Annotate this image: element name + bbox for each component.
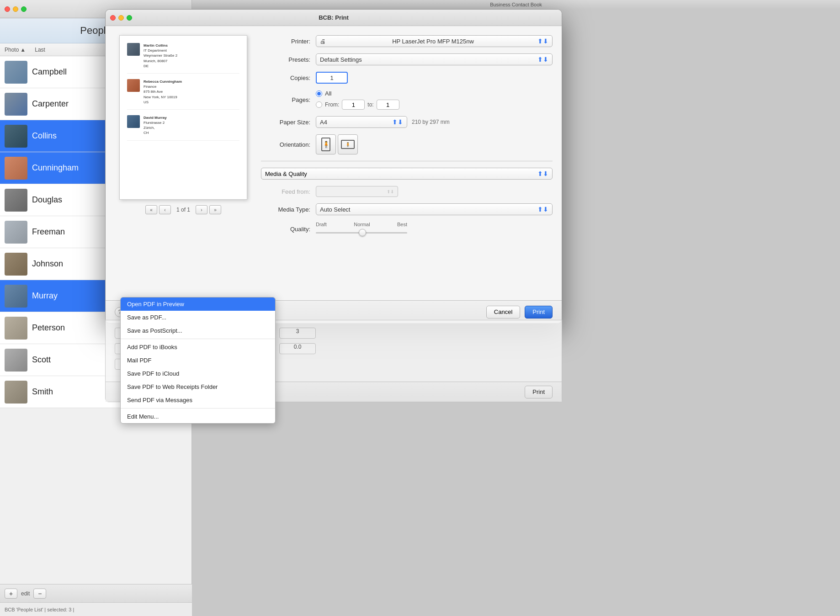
print-dialog: BCB: Print Martin Collins IT Department … [105, 9, 562, 324]
section-select-box[interactable]: Media & Quality ⬆⬇ [261, 168, 553, 180]
feed-from-control: ⬆⬇ [316, 186, 553, 197]
printer-control: 🖨 HP LaserJet Pro MFP M125nw ⬆⬇ [316, 35, 553, 47]
media-type-value: Auto Select [320, 206, 351, 213]
print-label: Print [532, 308, 545, 315]
status-text: BCB 'People List' | selected: 3 | [5, 607, 74, 612]
dialog-close-button[interactable] [110, 15, 116, 21]
printer-select[interactable]: 🖨 HP LaserJet Pro MFP M125nw ⬆⬇ [316, 35, 553, 47]
pdf-menu-item-edit-menu[interactable]: Edit Menu... [121, 410, 275, 423]
avatar-douglas [5, 189, 27, 212]
pages-label: Pages: [261, 96, 316, 103]
orientation-control: 🧍 🧍 [316, 134, 553, 154]
preview-addr1-2: 875 8th Ave [144, 89, 182, 94]
portrait-button[interactable]: 🧍 [316, 134, 336, 154]
pdf-menu-item-save-pdf[interactable]: Save as PDF... [121, 311, 275, 324]
dialog-minimize-button[interactable] [118, 15, 124, 21]
add-person-button[interactable]: + [5, 589, 17, 599]
feed-from-arrow-icon: ⬆⬇ [387, 189, 394, 194]
copies-label: Copies: [261, 74, 316, 81]
feed-from-select[interactable]: ⬆⬇ [316, 186, 398, 197]
section-label: Media & Quality [265, 170, 307, 177]
quality-slider-container: Draft Normal Best [316, 222, 553, 236]
paper-size-select[interactable]: A4 ⬆⬇ [316, 116, 407, 128]
right-input[interactable]: 0.0 [279, 343, 316, 354]
pdf-menu-item-save-icloud[interactable]: Save PDF to iCloud [121, 367, 275, 380]
paper-size-note: 210 by 297 mm [412, 119, 450, 125]
best-label: Best [397, 222, 407, 227]
pdf-menu-item-save-postscript[interactable]: Save as PostScript... [121, 324, 275, 337]
from-input[interactable] [342, 100, 365, 110]
maximize-button[interactable] [21, 6, 27, 12]
from-label: From: [325, 101, 339, 108]
section-select-row: Media & Quality ⬆⬇ [261, 168, 553, 180]
avatar-murray [5, 285, 27, 308]
preview-text-1: Martin Collins IT Department Weymarner S… [144, 43, 177, 69]
to-label: to: [367, 101, 373, 108]
pages-all-label: All [325, 90, 331, 97]
edit-label[interactable]: edit [21, 590, 30, 597]
paper-size-row: Paper Size: A4 ⬆⬇ 210 by 297 mm [261, 116, 553, 128]
slider-thumb[interactable] [359, 229, 366, 236]
pages-radio-group: All From: to: [316, 90, 553, 110]
media-type-arrow-icon: ⬆⬇ [537, 206, 548, 213]
pdf-menu-item-add-ibooks[interactable]: Add PDF to iBooks [121, 340, 275, 354]
prev-page-button[interactable]: ‹ [159, 205, 171, 214]
columns-input[interactable]: 3 [279, 328, 316, 339]
next-page-button[interactable]: › [196, 205, 207, 214]
minimize-button[interactable] [13, 6, 18, 12]
copies-control: 1 [316, 72, 553, 84]
remove-person-button[interactable]: − [33, 589, 46, 599]
dialog-body: Martin Collins IT Department Weymarner S… [106, 26, 562, 300]
pages-all-radio[interactable] [316, 90, 322, 97]
avatar-scott [5, 349, 27, 372]
portrait-icon: 🧍 [321, 138, 331, 151]
paper-size-control: A4 ⬆⬇ 210 by 297 mm [316, 116, 553, 128]
status-bar: BCB 'People List' | selected: 3 | [0, 602, 192, 616]
pdf-menu-item-mail-pdf[interactable]: Mail PDF [121, 354, 275, 367]
quality-label: Quality: [261, 226, 316, 233]
printer-label: Printer: [261, 38, 316, 45]
orientation-buttons: 🧍 🧍 [316, 134, 553, 154]
dialog-maximize-button[interactable] [127, 15, 132, 21]
pages-control: All From: to: [316, 90, 553, 110]
presets-arrow-icon: ⬆⬇ [537, 56, 548, 63]
printer-arrow-icon: ⬆⬇ [537, 37, 548, 45]
pages-from-row: From: to: [316, 100, 553, 110]
landscape-button[interactable]: 🧍 [338, 134, 358, 154]
pages-all-row: All [316, 90, 553, 97]
first-page-button[interactable]: « [145, 205, 157, 214]
printer-icon: 🖨 [320, 38, 326, 45]
to-input[interactable] [377, 100, 399, 110]
close-button[interactable] [5, 6, 10, 12]
copies-input[interactable]: 1 [316, 72, 348, 84]
dialog-titlebar: BCB: Print [106, 10, 562, 26]
media-type-label: Media Type: [261, 206, 316, 213]
preview-addr1-3: Flurstrasse 2 [144, 120, 167, 125]
pdf-menu-item-save-web-receipts[interactable]: Save PDF to Web Receipts Folder [121, 380, 275, 393]
last-page-button[interactable]: » [209, 205, 221, 214]
preview-avatar-3 [127, 115, 140, 128]
pdf-menu-item-send-messages[interactable]: Send PDF via Messages [121, 393, 275, 407]
preview-name-3: David Murray [144, 115, 167, 120]
quality-slider[interactable] [316, 229, 407, 236]
preview-text-3: David Murray Flurstrasse 2 Zürich, CH [144, 115, 167, 136]
preview-name-2: Rebecca Cunningham [144, 79, 182, 84]
pages-from-radio[interactable] [316, 101, 322, 108]
second-print-button[interactable]: Print [525, 386, 553, 398]
orientation-label: Orientation: [261, 141, 316, 148]
presets-label: Presets: [261, 56, 316, 63]
preview-text-2: Rebecca Cunningham Finance 875 8th Ave N… [144, 79, 182, 105]
preview-country-1: DE [144, 64, 177, 69]
draft-label: Draft [316, 222, 327, 227]
avatar-campbell [5, 61, 27, 84]
presets-row: Presets: Default Settings ⬆⬇ [261, 53, 553, 65]
printer-row: Printer: 🖨 HP LaserJet Pro MFP M125nw ⬆⬇ [261, 35, 553, 47]
presets-select[interactable]: Default Settings ⬆⬇ [316, 53, 553, 65]
pdf-menu-divider-1 [121, 339, 275, 339]
cancel-button[interactable]: Cancel [486, 306, 520, 319]
print-button[interactable]: Print [525, 306, 553, 319]
pages-row: Pages: All From: to: [261, 90, 553, 110]
media-type-select[interactable]: Auto Select ⬆⬇ [316, 203, 553, 215]
printer-value: HP LaserJet Pro MFP M125nw [392, 38, 474, 45]
pdf-menu-item-open-preview[interactable]: Open PDF in Preview [121, 297, 275, 311]
